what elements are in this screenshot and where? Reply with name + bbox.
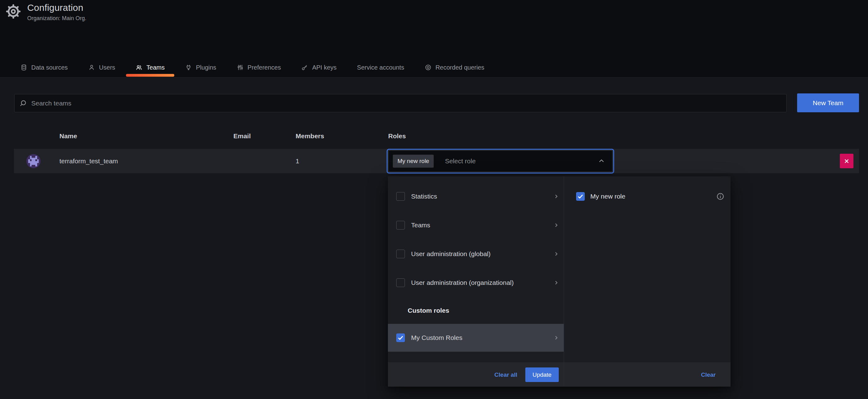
role-picker-input[interactable]: My new role Select role [388,150,613,172]
search-box [14,94,786,112]
tab-recorded-queries[interactable]: Recorded queries [414,58,495,77]
chevron-right-icon [553,279,559,286]
role-groups-list: Statistics Teams User administration (gl… [388,176,564,363]
tab-label: Preferences [248,64,281,71]
chevron-right-icon [553,222,559,228]
info-icon[interactable] [716,192,724,200]
role-group-label: User administration (organizational) [411,279,514,287]
tab-label: Users [99,64,115,71]
search-icon [19,99,27,107]
role-group-label: Teams [411,222,430,229]
role-group-label: My Custom Roles [411,334,463,341]
custom-roles-section-header: Custom roles [388,297,564,324]
check-icon [577,193,584,200]
checkbox-unchecked[interactable] [396,278,405,287]
dropdown-footer: Clear all Update [388,363,564,387]
column-header-roles: Roles [388,132,840,140]
plug-icon [185,64,192,71]
page-subtitle: Organization: Main Org. [27,15,86,22]
column-header-email: Email [234,132,296,140]
role-group-label: User administration (global) [411,250,491,258]
search-input[interactable] [31,100,782,107]
role-groups-panel: Statistics Teams User administration (gl… [388,176,564,387]
team-avatar[interactable] [26,154,40,168]
role-group-user-admin-global[interactable]: User administration (global) [388,239,564,268]
table-header-row: Name Email Members Roles [14,128,859,144]
checkbox-unchecked[interactable] [396,250,405,258]
tab-label: Plugins [196,64,216,71]
roles-cell: My new role Select role [388,150,840,172]
checkbox-unchecked[interactable] [396,192,405,201]
team-avatar-cell [14,154,59,168]
chevron-up-icon[interactable] [598,158,605,165]
team-name[interactable]: terraform_test_team [59,158,234,165]
tab-service-accounts[interactable]: Service accounts [347,58,414,77]
tab-plugins[interactable]: Plugins [175,58,226,77]
table-row: terraform_test_team 1 My new role Select… [14,149,859,173]
gear-icon [6,4,21,19]
role-item-label: My new role [590,193,625,200]
tab-label: API keys [312,64,337,71]
chevron-right-icon [553,251,559,257]
key-icon [301,64,308,71]
tab-label: Recorded queries [436,64,485,71]
role-group-statistics[interactable]: Statistics [388,182,564,211]
user-icon [88,64,95,71]
column-header-name: Name [59,132,234,140]
tab-label: Service accounts [357,64,404,71]
roles-submenu-list: My new role [564,176,731,363]
users-icon [135,64,143,71]
check-icon [397,334,404,341]
role-group-my-custom-roles[interactable]: My Custom Roles [388,324,564,352]
tab-preferences[interactable]: Preferences [226,58,291,77]
record-icon [425,64,432,71]
clear-button[interactable]: Clear [701,371,716,378]
sliders-icon [237,64,244,71]
role-group-teams[interactable]: Teams [388,211,564,239]
page-title: Configuration [27,2,86,13]
roles-submenu-panel: My new role Clear [564,176,731,387]
tab-label: Teams [147,64,165,71]
close-icon [843,158,850,164]
selected-role-tag[interactable]: My new role [393,155,434,168]
submenu-footer: Clear [564,363,731,387]
update-button[interactable]: Update [525,367,559,382]
top-header-area: Configuration Organization: Main Org. Da… [0,0,868,78]
active-tab-indicator [126,74,174,77]
tab-teams[interactable]: Teams [125,58,175,77]
new-team-button[interactable]: New Team [797,93,859,112]
column-header-members: Members [296,132,388,140]
tab-api-keys[interactable]: API keys [291,58,347,77]
role-picker-dropdown: Statistics Teams User administration (gl… [388,176,731,387]
role-group-label: Statistics [411,193,437,200]
actions-cell [840,154,859,168]
role-group-user-admin-org[interactable]: User administration (organizational) [388,268,564,297]
checkbox-unchecked[interactable] [396,221,405,230]
teams-table: Name Email Members Roles [14,128,859,173]
page-header: Configuration Organization: Main Org. [0,0,868,40]
tab-data-sources[interactable]: Data sources [10,58,78,77]
tab-users[interactable]: Users [78,58,125,77]
chevron-right-icon [553,335,559,341]
delete-team-button[interactable] [840,154,854,168]
tab-bar: Data sources Users Teams Plugin [10,58,495,77]
role-item-my-new-role[interactable]: My new role [564,182,731,211]
header-text: Configuration Organization: Main Org. [27,2,86,22]
database-icon [21,64,27,71]
toolbar: New Team [14,93,859,112]
checkbox-checked[interactable] [576,192,585,201]
clear-all-button[interactable]: Clear all [494,371,517,378]
chevron-right-icon [553,193,559,199]
role-picker-placeholder: Select role [445,158,587,165]
tab-label: Data sources [31,64,68,71]
checkbox-checked[interactable] [396,333,405,342]
team-members-count: 1 [296,158,388,165]
